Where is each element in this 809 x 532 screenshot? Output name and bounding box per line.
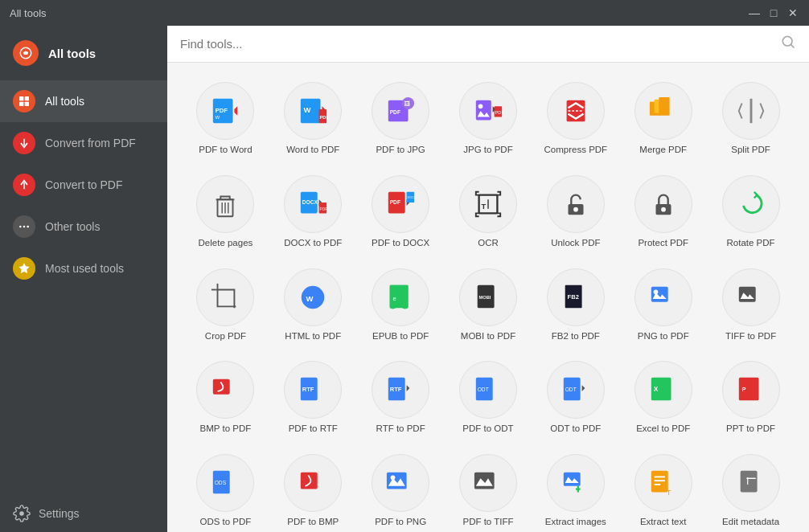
tool-icon-pdf-to-png [372,454,429,512]
tool-icon-png-to-pdf [634,268,692,326]
tool-icon-ocr: T [459,175,517,233]
tool-item-png-to-pdf[interactable]: PNG to PDF [621,262,705,349]
tool-icon-crop-pdf [196,268,254,326]
tool-label-ocr: OCR [478,238,499,249]
sidebar-logo: All tools [0,26,167,80]
svg-text:FB2: FB2 [567,293,578,300]
svg-text:T: T [481,201,486,210]
tool-item-tiff-to-pdf[interactable]: TIFF to PDF [708,262,793,349]
svg-text:RTF: RTF [302,386,314,393]
tool-item-bmp-to-pdf[interactable]: BMP to PDF [183,354,268,441]
tool-label-ppt-to-pdf: PPT to PDF [726,424,775,435]
tool-icon-extract-text: T [634,454,692,512]
tool-icon-pdf-to-jpg: PDF🖼 [372,82,429,140]
tool-item-ppt-to-pdf[interactable]: PPPT to PDF [708,354,793,441]
tool-item-unlock-pdf[interactable]: Unlock PDF [533,169,618,256]
sidebar-item-other-tools[interactable]: Other tools [0,206,167,248]
svg-point-21 [478,104,483,108]
title-bar-controls: — □ ✕ [748,6,799,19]
tool-item-rtf-to-pdf[interactable]: RTFRTF to PDF [359,354,443,441]
tool-item-rotate-pdf[interactable]: Rotate PDF [708,169,793,256]
sidebar-item-convert-from-pdf-label: Convert from PDF [45,137,136,149]
sidebar-item-convert-from-pdf[interactable]: Convert from PDF [0,122,167,164]
tool-icon-jpg-to-pdf: PDF [459,82,517,140]
sidebar-item-convert-to-pdf[interactable]: Convert to PDF [0,164,167,206]
tool-label-merge-pdf: Merge PDF [639,145,687,156]
tool-item-pdf-to-word[interactable]: PDFWPDF to Word [183,76,268,162]
minimize-button[interactable]: — [748,6,761,19]
svg-point-49 [661,207,666,212]
tool-item-compress-pdf[interactable]: Compress PDF [533,76,618,162]
svg-text:P: P [741,386,745,393]
tool-label-pdf-to-png: PDF to PNG [375,517,426,528]
tool-item-extract-text[interactable]: TExtract text [621,448,705,532]
tool-icon-fb2-to-pdf: FB2 [547,268,605,326]
tool-label-edit-metadata: Edit metadata [722,517,779,528]
tool-item-edit-metadata[interactable]: iEdit metadata [708,448,793,532]
svg-rect-1 [19,96,23,100]
svg-rect-62 [738,286,755,301]
tool-label-jpg-to-pdf: JPG to PDF [463,145,512,156]
tool-item-ods-to-pdf[interactable]: ODSODS to PDF [183,448,268,532]
tool-item-jpg-to-pdf[interactable]: PDFJPG to PDF [446,76,531,162]
tool-item-split-pdf[interactable]: Split PDF [708,76,793,162]
search-input[interactable] [180,37,780,51]
tool-item-mobi-to-pdf[interactable]: MOBIMOBI to PDF [446,262,531,349]
tool-label-pdf-to-rtf: PDF to RTF [289,424,338,435]
svg-rect-78 [301,473,318,489]
tool-icon-tiff-to-pdf [722,268,780,326]
tool-item-pdf-to-rtf[interactable]: RTFPDF to RTF [271,354,355,441]
tool-item-extract-images[interactable]: Extract images [533,448,618,532]
title-bar: All tools — □ ✕ [0,0,809,26]
svg-rect-3 [19,102,23,106]
tool-item-fb2-to-pdf[interactable]: FB2FB2 to PDF [533,262,618,349]
svg-text:ODT: ODT [478,387,489,392]
sidebar-item-most-used-tools[interactable]: Most used tools [0,248,167,289]
tool-icon-pdf-to-docx: PDFDOCX [372,175,429,233]
tool-item-html-to-pdf[interactable]: WHTML to PDF [271,262,355,349]
svg-text:W: W [304,105,311,114]
tool-item-pdf-to-bmp[interactable]: PDF to BMP [271,448,355,532]
tool-item-word-to-pdf[interactable]: WPDFWord to PDF [271,76,355,162]
tool-label-split-pdf: Split PDF [731,145,770,156]
close-button[interactable]: ✕ [786,6,799,19]
other-tools-icon [13,215,35,238]
tool-item-ocr[interactable]: TOCR [446,169,531,256]
sidebar-item-convert-to-pdf-label: Convert to PDF [45,178,122,191]
tool-item-pdf-to-odt[interactable]: ODTPDF to ODT [446,354,531,441]
sidebar-item-all-tools[interactable]: All tools [0,80,167,122]
tool-item-crop-pdf[interactable]: Crop PDF [183,262,268,349]
title-bar-title: All tools [10,7,47,19]
svg-point-6 [23,226,26,228]
restore-button[interactable]: □ [767,6,780,19]
tool-icon-edit-metadata: i [722,454,780,512]
tool-item-excel-to-pdf[interactable]: XExcel to PDF [621,354,705,441]
app-body: All tools All tools [0,26,809,532]
svg-text:ODT: ODT [565,387,577,392]
tool-item-docx-to-pdf[interactable]: DOCXPDFDOCX to PDF [271,169,355,256]
tool-label-pdf-to-word: PDF to Word [199,145,252,156]
tool-label-pdf-to-docx: PDF to DOCX [372,238,429,249]
tool-label-pdf-to-jpg: PDF to JPG [376,145,425,156]
tool-label-docx-to-pdf: DOCX to PDF [284,238,342,249]
tool-label-fb2-to-pdf: FB2 to PDF [552,331,600,342]
tool-item-delete-pages[interactable]: Delete pages [183,169,268,256]
svg-point-7 [27,226,29,228]
tool-item-pdf-to-tiff[interactable]: PDF to TIFF [446,448,531,532]
tool-label-tiff-to-pdf: TIFF to PDF [725,331,776,342]
tool-item-pdf-to-docx[interactable]: PDFDOCXPDF to DOCX [359,169,443,256]
tool-item-protect-pdf[interactable]: Protect PDF [621,169,705,256]
tool-item-odt-to-pdf[interactable]: ODTODT to PDF [533,354,618,441]
svg-point-61 [653,289,658,294]
tool-item-merge-pdf[interactable]: Merge PDF [621,76,705,162]
tool-item-pdf-to-jpg[interactable]: PDF🖼PDF to JPG [359,76,443,162]
svg-text:X: X [653,385,658,393]
svg-point-47 [573,207,578,212]
tool-icon-pdf-to-rtf: RTF [284,361,342,419]
tool-item-epub-to-pdf[interactable]: eEPUB to PDF [359,262,443,349]
tool-item-pdf-to-png[interactable]: PDF to PNG [359,448,443,532]
tool-icon-excel-to-pdf: X [634,361,692,419]
tool-icon-unlock-pdf [547,175,605,233]
settings-item[interactable]: Settings [0,495,167,532]
tool-icon-pdf-to-bmp [284,454,342,512]
